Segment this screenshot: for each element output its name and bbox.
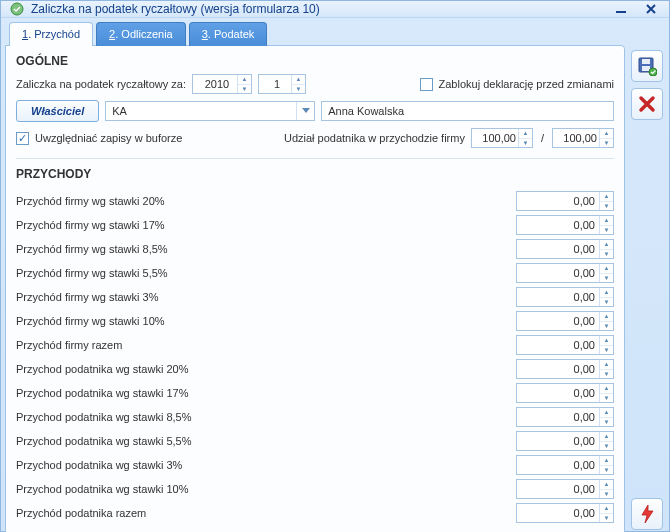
revenue-value-field[interactable]: 0,00▲▼ [516, 215, 614, 235]
revenue-spin[interactable]: ▲▼ [599, 384, 613, 402]
revenue-value-field[interactable]: 0,00▲▼ [516, 287, 614, 307]
revenue-spin[interactable]: ▲▼ [599, 264, 613, 282]
share-denominator-field[interactable]: 100,00 ▲▼ [552, 128, 614, 148]
revenue-row: Przychód firmy wg stawki 5,5%0,00▲▼ [16, 261, 614, 285]
revenue-row: Przychód firmy wg stawki 8,5%0,00▲▼ [16, 237, 614, 261]
revenue-row: Przychód firmy wg stawki 17%0,00▲▼ [16, 213, 614, 237]
revenue-value-field[interactable]: 0,00▲▼ [516, 239, 614, 259]
tab-odliczenia[interactable]: 2. Odliczenia [96, 22, 186, 46]
lock-label: Zablokuj deklarację przed zmianami [439, 78, 614, 90]
revenue-value-field[interactable]: 0,00▲▼ [516, 431, 614, 451]
spin-up-icon: ▲ [600, 240, 613, 250]
share-label: Udział podatnika w przychodzie firmy [284, 132, 465, 144]
spin-up-icon: ▲ [600, 288, 613, 298]
spin-up-icon: ▲ [600, 384, 613, 394]
share-den-value: 100,00 [553, 132, 599, 144]
cancel-button[interactable] [631, 88, 663, 120]
tab-przychód[interactable]: 1. Przychód [9, 22, 93, 46]
titlebar: Zaliczka na podatek ryczałtowy (wersja f… [1, 1, 669, 18]
month-spin[interactable]: ▲▼ [291, 75, 305, 93]
share-num-spin[interactable]: ▲▼ [518, 129, 532, 147]
revenue-spin[interactable]: ▲▼ [599, 192, 613, 210]
month-field[interactable]: 1 ▲▼ [258, 74, 306, 94]
buffer-row: Uwzględniać zapisy w buforze Udział poda… [16, 128, 614, 148]
revenue-value: 0,00 [517, 507, 599, 519]
revenue-value-field[interactable]: 0,00▲▼ [516, 359, 614, 379]
revenue-spin[interactable]: ▲▼ [599, 360, 613, 378]
revenue-row: Przychód firmy wg stawki 20%0,00▲▼ [16, 189, 614, 213]
revenue-value-field[interactable]: 0,00▲▼ [516, 311, 614, 331]
revenue-value: 0,00 [517, 435, 599, 447]
side-toolbar [629, 22, 665, 532]
period-row: Zaliczka na podatek ryczałtowy za: 2010 … [16, 74, 614, 94]
revenue-row-label: Przychod podatnika wg stawki 3% [16, 459, 182, 471]
owner-button[interactable]: Właściciel [16, 100, 99, 122]
revenue-value: 0,00 [517, 387, 599, 399]
minimize-button[interactable] [609, 1, 633, 17]
revenue-spin[interactable]: ▲▼ [599, 216, 613, 234]
revenue-spin[interactable]: ▲▼ [599, 240, 613, 258]
share-numerator-field[interactable]: 100,00 ▲▼ [471, 128, 533, 148]
revenue-spin[interactable]: ▲▼ [599, 432, 613, 450]
spin-up-icon: ▲ [600, 216, 613, 226]
svg-rect-4 [642, 66, 650, 71]
revenue-row: Przychód firmy wg stawki 3%0,00▲▼ [16, 285, 614, 309]
revenue-value-field[interactable]: 0,00▲▼ [516, 503, 614, 523]
buffer-label: Uwzględniać zapisy w buforze [35, 132, 182, 144]
revenue-value-field[interactable]: 0,00▲▼ [516, 263, 614, 283]
spin-down-icon: ▼ [600, 418, 613, 427]
close-button[interactable] [639, 1, 663, 17]
share-den-spin[interactable]: ▲▼ [599, 129, 613, 147]
section-general-title: OGÓLNE [16, 54, 614, 68]
revenue-row-label: Przychód firmy wg stawki 20% [16, 195, 165, 207]
revenue-value: 0,00 [517, 483, 599, 495]
revenue-value-field[interactable]: 0,00▲▼ [516, 407, 614, 427]
revenue-row-label: Przychod podatnika wg stawki 8,5% [16, 411, 191, 423]
divider [16, 158, 614, 159]
revenue-row-label: Przychód firmy wg stawki 17% [16, 219, 165, 231]
revenue-spin[interactable]: ▲▼ [599, 312, 613, 330]
tab-podatek[interactable]: 3. Podatek [189, 22, 268, 46]
revenue-value-field[interactable]: 0,00▲▼ [516, 479, 614, 499]
revenue-spin[interactable]: ▲▼ [599, 408, 613, 426]
revenue-list: Przychód firmy wg stawki 20%0,00▲▼Przych… [16, 189, 614, 525]
revenue-row-label: Przychod podatnika wg stawki 20% [16, 363, 188, 375]
revenue-value: 0,00 [517, 363, 599, 375]
revenue-value-field[interactable]: 0,00▲▼ [516, 191, 614, 211]
revenue-value-field[interactable]: 0,00▲▼ [516, 335, 614, 355]
revenue-value: 0,00 [517, 339, 599, 351]
revenue-value: 0,00 [517, 315, 599, 327]
chevron-down-icon[interactable] [296, 102, 314, 120]
year-spin[interactable]: ▲▼ [237, 75, 251, 93]
revenue-value-field[interactable]: 0,00▲▼ [516, 383, 614, 403]
spin-down-icon: ▼ [600, 442, 613, 451]
main-column: 1. Przychód2. Odliczenia3. Podatek OGÓLN… [5, 22, 625, 532]
revenue-row: Przychod podatnika wg stawki 17%0,00▲▼ [16, 381, 614, 405]
revenue-row-label: Przychód firmy wg stawki 3% [16, 291, 158, 303]
revenue-value-field[interactable]: 0,00▲▼ [516, 455, 614, 475]
revenue-row: Przychod podatnika wg stawki 5,5%0,00▲▼ [16, 429, 614, 453]
buffer-checkbox[interactable] [16, 132, 29, 145]
save-button[interactable] [631, 50, 663, 82]
year-field[interactable]: 2010 ▲▼ [192, 74, 252, 94]
spin-down-icon: ▼ [600, 514, 613, 523]
lock-checkbox[interactable] [420, 78, 433, 91]
revenue-spin[interactable]: ▲▼ [599, 504, 613, 522]
revenue-row-label: Przychod podatnika wg stawki 5,5% [16, 435, 191, 447]
revenue-value: 0,00 [517, 243, 599, 255]
spin-up-icon: ▲ [600, 504, 613, 514]
revenue-spin[interactable]: ▲▼ [599, 456, 613, 474]
spin-up-icon: ▲ [600, 312, 613, 322]
revenue-row: Przychód firmy wg stawki 10%0,00▲▼ [16, 309, 614, 333]
revenue-row: Przychod podatnika wg stawki 10%0,00▲▼ [16, 477, 614, 501]
revenue-spin[interactable]: ▲▼ [599, 480, 613, 498]
window-controls [609, 1, 663, 17]
owner-code-combo[interactable]: KA [105, 101, 315, 121]
spin-down-icon: ▼ [600, 274, 613, 283]
spin-down-icon: ▼ [600, 466, 613, 475]
flash-button[interactable] [631, 498, 663, 530]
revenue-spin[interactable]: ▲▼ [599, 288, 613, 306]
revenue-spin[interactable]: ▲▼ [599, 336, 613, 354]
content-area: 1. Przychód2. Odliczenia3. Podatek OGÓLN… [1, 18, 669, 532]
revenue-row: Przychód podatnika razem0,00▲▼ [16, 501, 614, 525]
